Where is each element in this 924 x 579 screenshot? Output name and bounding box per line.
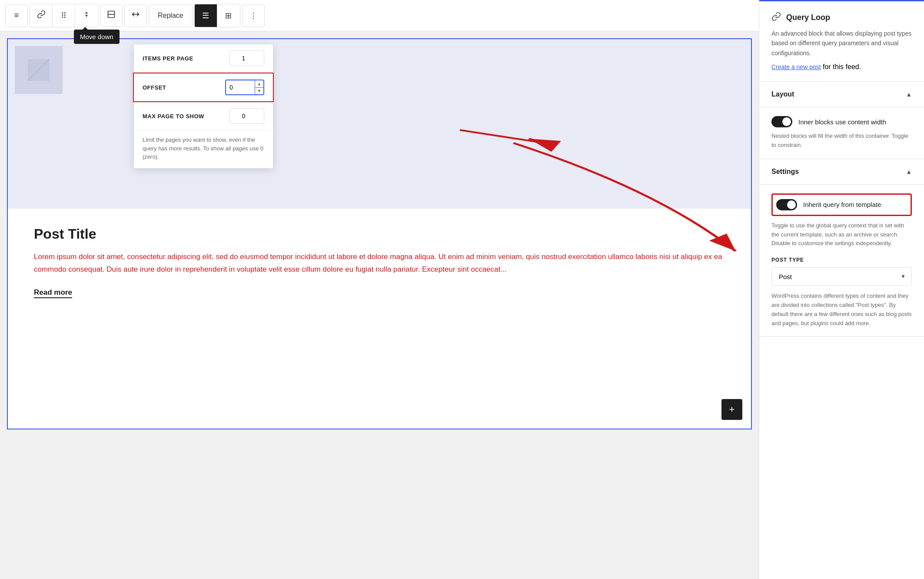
post-excerpt: Lorem ipsum dolor sit amet, consectetur … [34,251,725,276]
grid-view-button[interactable]: ⊞ [217,4,240,27]
inherit-toggle-row: Inherit query from template [776,199,907,210]
query-settings-popup: ITEMS PER PAGE OFFSET ▲ ▼ [134,44,273,168]
query-loop-icon [771,12,781,23]
more-options-button[interactable]: ⋮ [242,4,265,27]
block-header: Query Loop [771,12,912,23]
inherit-query-label: Inherit query from template [803,201,881,208]
align-icon [107,10,116,21]
layout-title: Layout [771,90,794,98]
replace-label: Replace [158,12,183,20]
offset-decrement-button[interactable]: ▼ [255,88,263,95]
offset-input[interactable] [226,80,255,94]
up-down-icon [83,10,90,20]
offset-spinner-buttons: ▲ ▼ [255,80,263,94]
view-toggle-group: ☰ ⊞ [194,4,240,27]
max-page-row: MAX PAGE TO SHOW [134,102,273,130]
menu-button[interactable]: ≡ [5,4,28,27]
offset-row: OFFSET ▲ ▼ [133,73,274,102]
inner-blocks-toggle-row: Inner blocks use content width [771,116,912,127]
post-type-field: POST TYPE Post Page Attachment ▼ WordPre… [771,257,912,328]
link-icon [37,10,46,21]
post-type-label: POST TYPE [771,257,912,263]
max-page-input[interactable] [229,108,264,124]
items-per-page-label: ITEMS PER PAGE [143,55,193,62]
toolbar: ≡ ⠿ [0,0,759,31]
post-title: Post Title [34,226,725,242]
block-controls-group: ⠿ [30,4,98,27]
block-title: Query Loop [786,13,830,22]
canvas-area: ITEMS PER PAGE OFFSET ▲ ▼ [0,31,759,579]
post-content-area: Post Title Lorem ipsum dolor sit amet, c… [8,209,751,429]
post-type-select-wrapper: Post Page Attachment ▼ [771,267,912,286]
grid-view-icon: ⊞ [225,11,232,20]
layout-chevron-icon: ▲ [906,91,912,98]
layout-section-header[interactable]: Layout ▲ [759,82,924,107]
post-type-desc: WordPress contains different types of co… [771,292,912,328]
list-view-button[interactable]: ☰ [195,4,217,27]
items-per-page-input[interactable] [229,50,264,66]
menu-icon: ≡ [14,11,19,20]
replace-button[interactable]: Replace [149,4,193,27]
offset-increment-button[interactable]: ▲ [255,80,263,88]
move-down-tooltip: Move down [74,30,120,44]
settings-section-header[interactable]: Settings ▲ [759,159,924,185]
link-button[interactable] [30,4,53,27]
settings-section-content: Inherit query from template Toggle to us… [759,185,924,337]
block-info-section: Query Loop An advanced block that allows… [759,1,924,82]
settings-title: Settings [771,168,799,176]
items-per-page-row: ITEMS PER PAGE [134,44,273,73]
drag-icon: ⠿ [61,11,66,20]
drag-button[interactable]: ⠿ [53,4,75,27]
main-area: ≡ ⠿ [0,0,759,579]
inner-blocks-label: Inner blocks use content width [798,118,886,126]
layout-desc: Nested blocks will fill the width of thi… [771,132,912,150]
offset-spinner[interactable]: ▲ ▼ [225,80,264,95]
block-desc: An advanced block that allows displaying… [771,29,912,58]
thumbnail-placeholder [15,46,63,94]
inherit-query-toggle[interactable] [776,199,797,210]
list-view-icon: ☰ [202,11,209,20]
up-down-button[interactable] [75,4,98,27]
add-block-button[interactable]: + [721,399,742,420]
offset-label: OFFSET [143,84,166,91]
inner-blocks-toggle[interactable] [771,116,792,127]
settings-chevron-icon: ▲ [906,168,912,175]
plus-icon: + [729,404,735,415]
max-page-hint: Limit the pages you want to show, even i… [134,130,273,168]
max-page-label: MAX PAGE TO SHOW [143,113,204,120]
create-suffix: for this feed. [821,63,861,70]
transform-icon [131,10,140,21]
inherit-query-highlight: Inherit query from template [771,193,912,216]
create-new-post-link[interactable]: Create a new post [771,63,821,70]
post-type-select[interactable]: Post Page Attachment [771,267,912,286]
sidebar: Query Loop An advanced block that allows… [759,0,924,579]
query-block[interactable]: ITEMS PER PAGE OFFSET ▲ ▼ [7,38,752,429]
align-button[interactable] [100,4,123,27]
read-more-link[interactable]: Read more [34,288,72,298]
more-icon: ⋮ [249,11,257,20]
transform-button[interactable] [124,4,147,27]
inherit-desc: Toggle to use the global query context t… [771,221,912,248]
layout-section-content: Inner blocks use content width Nested bl… [759,107,924,159]
